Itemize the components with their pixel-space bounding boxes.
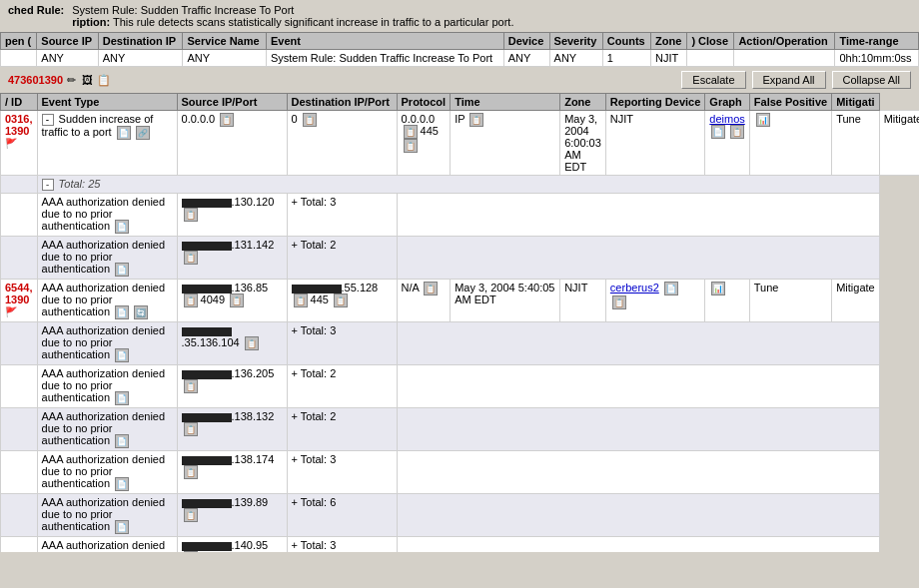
info-icon[interactable]: 📄 [117, 126, 131, 140]
table-row: AAA authorization denied due to no prior… [1, 194, 920, 237]
filter-dest-ip: ANY [98, 50, 183, 67]
col-header-event[interactable]: Event [266, 33, 503, 50]
col-header-open[interactable]: pen ( [1, 33, 37, 50]
cell-aaa8: AAA authorization denied due to no prior… [37, 537, 177, 553]
cell-id-empty2 [1, 237, 38, 280]
page-wrapper: ched Rule: System Rule: Sudden Traffic I… [0, 0, 919, 552]
cell-src3: .35.136.104 📋 [177, 322, 287, 365]
cell-time-6544: May 3, 2004 5:40:05 AM EDT [451, 280, 560, 322]
cell-id: 0316, 1390 🚩 [1, 111, 38, 176]
filter-event: System Rule: Sudden Traffic Increase To … [266, 50, 503, 67]
escalate-button[interactable]: Escalate [681, 71, 745, 89]
expand-icon-sub[interactable]: - [42, 179, 54, 191]
edit-icon[interactable]: ✏ [67, 74, 76, 87]
info-icon2[interactable]: 📄 [115, 220, 129, 234]
cell-source-port: 0 📋 [287, 111, 397, 176]
cell-src4: .136.205 📋 [177, 365, 287, 408]
cell-aaa5: AAA authorization denied due to no prior… [37, 408, 177, 451]
dest-port-icon2[interactable]: 📋 [334, 294, 348, 307]
cell-graph: 📊 [749, 111, 831, 176]
src-icon2[interactable]: 📋 [184, 251, 198, 265]
th-dest-ip[interactable]: Destination IP/Port [287, 94, 397, 111]
table-row: AAA authorization denied due to no prior… [1, 408, 920, 451]
description-label: ription: [72, 16, 110, 28]
graph-icon[interactable]: 📊 [756, 113, 770, 127]
cell-aaa-dest1: + Total: 3 [287, 194, 397, 237]
th-protocol[interactable]: Protocol [397, 94, 451, 111]
expand-icon[interactable]: - [42, 114, 54, 126]
cell-src-6544: .136.85 📋 4049 📋 [177, 280, 287, 322]
dest-icon2[interactable]: 📋 [294, 294, 308, 307]
col-header-dest-ip[interactable]: Destination IP [98, 33, 183, 50]
table-row-total: - Total: 25 [1, 176, 920, 194]
icon2[interactable]: 📋 [97, 74, 111, 87]
table-row: AAA authorization denied due to no prior… [1, 322, 920, 365]
flag-icon2[interactable]: 🚩 [5, 306, 17, 317]
col-header-service-name[interactable]: Service Name [183, 33, 267, 50]
filter-service-name: ANY [183, 50, 267, 67]
graph-icon2[interactable]: 📊 [711, 282, 725, 295]
th-source-ip[interactable]: Source IP/Port [177, 94, 287, 111]
port-icon[interactable]: 📋 [230, 294, 244, 307]
filter-counts: 1 [602, 50, 650, 67]
col-header-action[interactable]: Action/Operation [734, 33, 835, 50]
cell-protocol: IP 📋 [451, 111, 560, 176]
col-header-zone[interactable]: Zone [651, 33, 687, 50]
device-icon3[interactable]: 📄 [664, 282, 678, 295]
cell-zone-6544: NJIT [560, 280, 606, 322]
cell-src6: .138.174 📋 [177, 451, 287, 494]
device-icon2[interactable]: 📋 [730, 125, 744, 139]
th-mitigation[interactable]: Mitigati [832, 94, 880, 111]
collapse-all-button[interactable]: Collapse All [832, 71, 911, 89]
col-header-close[interactable]: ) Close [687, 33, 734, 50]
cell-proto-6544: N/A 📋 [397, 280, 451, 322]
th-graph[interactable]: Graph [705, 94, 749, 111]
copy-icon[interactable]: 📋 [220, 113, 234, 127]
th-reporting-device[interactable]: Reporting Device [605, 94, 704, 111]
th-time[interactable]: Time [451, 94, 560, 111]
cell-aaa6: AAA authorization denied due to no prior… [37, 451, 177, 494]
col-header-counts[interactable]: Counts [602, 33, 650, 50]
src-icon[interactable]: 📋 [184, 208, 198, 222]
src-icon3[interactable]: 📋 [184, 294, 198, 307]
main-table-container: / ID Event Type Source IP/Port Destinati… [0, 93, 919, 552]
cell-graph2: 📊 [705, 280, 749, 322]
info-icon3[interactable]: 📄 [115, 263, 129, 277]
cell-aaa4: AAA authorization denied due to no prior… [37, 365, 177, 408]
filter-zone: NJIT [651, 50, 687, 67]
table-row: AAA authorization denied due to no prior… [1, 451, 920, 494]
row-icon[interactable]: 🚩 [5, 138, 17, 149]
filter-severity: ANY [549, 50, 602, 67]
dest-port-icon[interactable]: 📋 [404, 139, 418, 153]
th-false-positive[interactable]: False Positive [749, 94, 831, 111]
toolbar: 473601390 ✏ 🖼 📋 Escalate Expand All Coll… [0, 67, 919, 93]
device-link[interactable]: deimos [709, 113, 744, 125]
th-zone[interactable]: Zone [560, 94, 606, 111]
cell-tune: Tune [832, 111, 880, 176]
col-header-severity[interactable]: Severity [549, 33, 602, 50]
device-icon4[interactable]: 📋 [612, 295, 626, 309]
device-icon1[interactable]: 📄 [711, 125, 725, 139]
icon1[interactable]: 🖼 [82, 74, 93, 86]
th-event-type[interactable]: Event Type [37, 94, 177, 111]
col-header-device[interactable]: Device [503, 33, 549, 50]
matched-rule-value: System Rule: Sudden Traffic Increase To … [72, 4, 513, 16]
action-icon[interactable]: 🔄 [134, 305, 148, 319]
device-link2[interactable]: cerberus2 [610, 282, 659, 294]
link-icon[interactable]: 🔗 [136, 126, 150, 140]
cell-src5: .138.132 📋 [177, 408, 287, 451]
info-icon4[interactable]: 📄 [115, 305, 129, 319]
dest-icon[interactable]: 📋 [404, 125, 418, 139]
col-header-time-range[interactable]: Time-range [835, 33, 919, 50]
alert-id-text: 473601390 [8, 74, 63, 86]
filter-action [734, 50, 835, 67]
col-header-source-ip[interactable]: Source IP [37, 33, 98, 50]
table-row: AAA authorization denied due to no prior… [1, 237, 920, 280]
filter-time-range: 0hh:10mm:0ss [835, 50, 919, 67]
proto-icon[interactable]: 📋 [469, 113, 483, 127]
proto-icon2[interactable]: 📋 [424, 282, 438, 295]
th-id[interactable]: / ID [1, 94, 38, 111]
copy-icon2[interactable]: 📋 [303, 113, 317, 127]
table-row: AAA authorization denied due to no prior… [1, 494, 920, 537]
expand-all-button[interactable]: Expand All [752, 71, 826, 89]
